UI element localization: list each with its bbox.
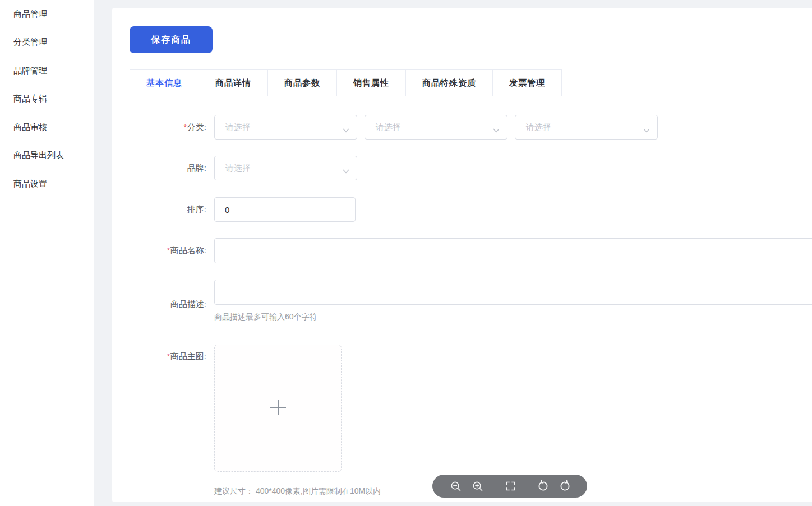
goods-name-form-row: *商品名称: [130, 238, 812, 263]
sort-label: 排序: [130, 205, 214, 215]
sidebar: 商品管理 分类管理 品牌管理 商品专辑 商品审核 商品导出列表 商品设置 [0, 0, 94, 506]
select-placeholder: 请选择 [225, 122, 251, 133]
main-image-upload-hint: 建议尺寸： 400*400像素,图片需限制在10M以内 [214, 486, 381, 496]
required-asterisk: * [167, 352, 169, 361]
goods-name-label: *商品名称: [130, 245, 214, 256]
category-label: *分类: [130, 122, 214, 133]
main-image-label: *商品主图: [130, 345, 214, 362]
select-placeholder: 请选择 [225, 163, 251, 174]
tab-invoice-management[interactable]: 发票管理 [493, 70, 561, 96]
zoom-in-button[interactable] [472, 480, 484, 493]
required-asterisk: * [167, 246, 169, 255]
sidebar-item-goods-albums[interactable]: 商品专辑 [0, 85, 94, 114]
goods-description-hint: 商品描述最多可输入60个字符 [214, 312, 812, 322]
plus-icon [270, 399, 287, 418]
goods-description-label: 商品描述: [130, 293, 214, 310]
category-select-level3[interactable]: 请选择 [515, 115, 658, 140]
goods-description-input[interactable] [214, 280, 812, 305]
brand-form-row: 品牌: 请选择 [130, 156, 812, 180]
tab-goods-params[interactable]: 商品参数 [268, 70, 337, 96]
category-select-level1[interactable]: 请选择 [214, 115, 357, 140]
zoom-in-icon [472, 480, 484, 493]
image-viewer-toolbar [432, 475, 587, 498]
sidebar-item-brand-management[interactable]: 品牌管理 [0, 57, 94, 85]
tab-basic-info[interactable]: 基本信息 [130, 70, 199, 96]
rotate-left-button[interactable] [536, 480, 548, 493]
chevron-down-icon [643, 125, 650, 135]
category-form-row: *分类: 请选择 请选择 请选择 [130, 115, 812, 140]
zoom-out-button[interactable] [450, 480, 462, 493]
category-select-level2[interactable]: 请选择 [365, 115, 507, 140]
fullscreen-icon [505, 480, 516, 492]
goods-description-form-row: 商品描述: 商品描述最多可输入60个字符 [130, 280, 812, 322]
save-goods-button[interactable]: 保存商品 [130, 26, 213, 53]
goods-edit-card: 保存商品 基本信息 商品详情 商品参数 销售属性 商品特殊资质 发票管理 *分类… [112, 8, 812, 502]
fullscreen-button[interactable] [504, 480, 516, 493]
brand-select[interactable]: 请选择 [214, 156, 357, 180]
zoom-out-icon [450, 480, 462, 493]
sidebar-item-category-management[interactable]: 分类管理 [0, 29, 94, 57]
basic-info-form: *分类: 请选择 请选择 请选择 [130, 115, 812, 496]
rotate-right-icon [559, 480, 572, 493]
main-image-form-row: *商品主图: 建议尺寸： 400*400像素,图片需限制在10M以内 [130, 345, 812, 496]
sidebar-item-goods-export-list[interactable]: 商品导出列表 [0, 142, 94, 170]
sidebar-item-goods-settings[interactable]: 商品设置 [0, 170, 94, 198]
tab-sales-attributes[interactable]: 销售属性 [337, 70, 406, 96]
chevron-down-icon [493, 125, 500, 135]
goods-edit-tabs: 基本信息 商品详情 商品参数 销售属性 商品特殊资质 发票管理 [130, 69, 562, 96]
required-asterisk: * [183, 123, 186, 132]
tab-special-qualifications[interactable]: 商品特殊资质 [406, 70, 493, 96]
sidebar-item-goods-management[interactable]: 商品管理 [0, 0, 94, 29]
select-placeholder: 请选择 [526, 122, 551, 133]
chevron-down-icon [343, 125, 349, 135]
main-content-area: 保存商品 基本信息 商品详情 商品参数 销售属性 商品特殊资质 发票管理 *分类… [94, 0, 812, 506]
rotate-left-icon [536, 480, 549, 493]
rotate-right-button[interactable] [559, 480, 571, 493]
sort-form-row: 排序: [130, 197, 812, 222]
sidebar-item-goods-audit[interactable]: 商品审核 [0, 113, 94, 142]
main-image-upload[interactable] [214, 345, 342, 472]
goods-name-input[interactable] [214, 238, 812, 263]
select-placeholder: 请选择 [376, 122, 401, 133]
tab-goods-detail[interactable]: 商品详情 [199, 70, 268, 96]
chevron-down-icon [343, 166, 349, 176]
sort-input[interactable] [214, 197, 356, 222]
brand-label: 品牌: [130, 163, 214, 174]
